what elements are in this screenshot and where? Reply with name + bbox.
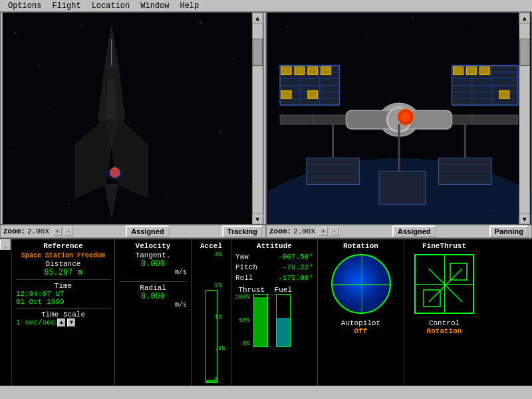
svg-rect-98 [520, 39, 529, 66]
left-zoom-bar: Zoom: 2.00X + - Assigned Tracking [0, 225, 266, 238]
right-panning-btn[interactable]: Panning [489, 225, 529, 237]
pitch-row: Pitch -78.22° [235, 263, 313, 271]
minimize-btn[interactable]: _ [0, 239, 11, 250]
pitch-value: -78.22° [283, 263, 313, 271]
attitude-panel: Attitude Yaw -007.58° Pitch -78.22° Roll… [231, 239, 318, 386]
radial-unit: m/s [119, 301, 187, 309]
svg-point-5 [200, 22, 201, 23]
svg-rect-0 [3, 13, 264, 224]
menubar: Options Flight Location Window Help [0, 0, 532, 12]
svg-point-32 [412, 17, 412, 18]
svg-point-2 [39, 65, 39, 66]
menu-window[interactable]: Window [135, 1, 174, 11]
tangent-value: 0.000 [119, 259, 187, 269]
thrust-100: 100% [235, 294, 250, 301]
control-value: Rotation [427, 327, 462, 335]
crosshair [414, 254, 474, 314]
autopilot-value: Off [354, 327, 368, 335]
timescale-row: 1 sec/sec ▲ ▼ [16, 319, 110, 327]
accel-05g: .5G [215, 345, 225, 352]
attitude-title: Attitude [235, 242, 313, 250]
svg-point-29 [286, 25, 287, 26]
right-view[interactable]: ▲ ▼ [266, 12, 532, 225]
accel-0g: 0 [215, 376, 225, 383]
timescale-down[interactable]: ▼ [67, 319, 75, 327]
svg-point-31 [366, 35, 366, 36]
views-wrapper: ▲ ▼ [0, 12, 532, 238]
accel-2g: 2G [215, 283, 225, 289]
reference-panel: Reference Space Station Freedom Distance… [12, 239, 115, 386]
right-zoom-plus[interactable]: + [319, 227, 328, 236]
menu-help[interactable]: Help [174, 1, 204, 11]
timescale-up[interactable]: ▲ [57, 319, 65, 327]
time-value: 12:04:07 UT [16, 290, 110, 298]
svg-line-100 [446, 269, 462, 285]
svg-point-10 [167, 197, 168, 198]
svg-rect-60 [308, 90, 318, 98]
svg-rect-59 [281, 90, 291, 98]
left-zoom-label: Zoom: [3, 227, 25, 235]
right-zoom-minus[interactable]: - [330, 227, 339, 236]
right-zoom-label: Zoom: [269, 227, 291, 235]
rotation-panel: Rotation Autopilot Off [318, 239, 404, 386]
velocity-title: Velocity [119, 242, 187, 250]
accel-1g: 1G [215, 314, 225, 321]
accel-panel: Accel 4G 2G 1G .5G 0 [192, 239, 231, 386]
finethrust-panel: FineThrust Control Rotation [404, 239, 484, 386]
svg-point-11 [247, 178, 247, 178]
left-view[interactable]: ▲ ▼ [0, 12, 266, 225]
reference-title: Reference [16, 242, 110, 250]
left-zoom-minus[interactable]: - [64, 227, 73, 236]
tangent-label: Tangent. [119, 251, 187, 259]
left-zoom-plus[interactable]: + [53, 227, 62, 236]
svg-point-33 [471, 29, 472, 29]
svg-rect-72 [499, 90, 509, 98]
radial-label: Radial [119, 284, 187, 292]
roll-value: -175.08° [278, 274, 313, 282]
rotation-title: Rotation [322, 242, 400, 250]
yaw-row: Yaw -007.58° [235, 253, 313, 261]
thrust-fuel-row: Thrust 100% 50% 0% Fuel [235, 286, 313, 347]
svg-point-4 [134, 45, 135, 46]
svg-point-34 [517, 22, 518, 23]
velocity-panel: Velocity Tangent. 0.000 m/s Radial 0.000… [115, 239, 192, 386]
svg-rect-84 [379, 172, 426, 205]
right-assigned-btn[interactable]: Assigned [392, 225, 436, 237]
right-zoom-bar: Zoom: 2.00X + - Assigned Panning [266, 225, 532, 238]
thrust-label: Thrust [239, 286, 265, 294]
roll-row: Roll -175.08° [235, 274, 313, 282]
finethrust-title: FineThrust [408, 242, 480, 250]
roll-label: Roll [235, 274, 253, 282]
yaw-label: Yaw [235, 253, 249, 261]
accel-title: Accel [196, 242, 227, 250]
fuel-label: Fuel [275, 286, 292, 294]
timescale-label: Time Scale [16, 311, 110, 319]
thrust-50: 50% [235, 317, 250, 324]
attitude-ball [331, 254, 391, 314]
svg-point-7 [55, 112, 56, 112]
left-tracking-btn[interactable]: Tracking [222, 225, 263, 237]
distance-label: Distance [16, 260, 110, 268]
views-row: ▲ ▼ [0, 12, 532, 225]
svg-point-3 [81, 25, 82, 26]
svg-rect-58 [321, 66, 331, 74]
svg-point-9 [12, 144, 13, 145]
svg-point-79 [400, 112, 411, 122]
tangent-unit: m/s [119, 269, 187, 276]
menu-options[interactable]: Options [3, 1, 47, 11]
radial-value: 0.000 [119, 292, 187, 301]
reference-name: Space Station Freedom [16, 251, 110, 260]
svg-rect-27 [253, 39, 262, 66]
menu-flight[interactable]: Flight [47, 1, 86, 11]
svg-text:▲: ▲ [523, 15, 527, 23]
autopilot-label: Autopilot [341, 319, 380, 327]
left-assigned-btn[interactable]: Assigned [126, 225, 170, 237]
menu-location[interactable]: Location [86, 1, 136, 11]
yaw-value: -007.58° [278, 253, 313, 261]
svg-point-30 [326, 19, 327, 19]
control-row: Control Rotation [408, 319, 480, 335]
timescale-value: 1 sec/sec [16, 319, 55, 327]
svg-rect-69 [453, 66, 463, 74]
svg-rect-56 [295, 66, 305, 74]
thrust-bar [253, 294, 268, 347]
